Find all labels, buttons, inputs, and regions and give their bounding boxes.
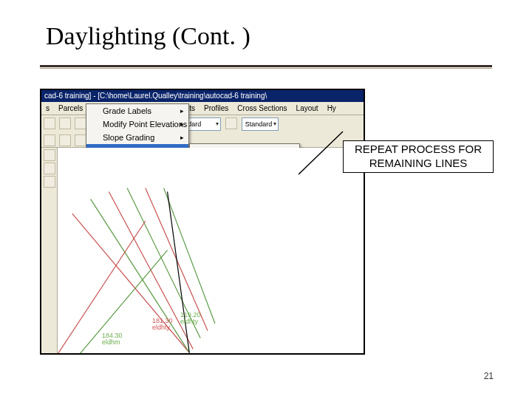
callout-leader-line <box>299 161 346 162</box>
window-titlebar: cad-6 training] - [C:\home\Laurel.Qualle… <box>41 90 364 102</box>
callout-text-line2: REMAINING LINES <box>369 157 468 169</box>
menu-item-modify-point-elevations[interactable]: Modify Point Elevations <box>86 117 188 131</box>
menu-layout[interactable]: Layout <box>292 104 323 112</box>
toolbar-icon[interactable] <box>75 117 86 129</box>
menu-item-slope-grading[interactable]: Slope Grading <box>86 131 188 144</box>
menu-cross-sections[interactable]: Cross Sections <box>233 104 291 112</box>
slide-title: Daylighting (Cont. ) <box>46 22 250 50</box>
elevation-label: 184.30 eldhm <box>102 332 123 346</box>
menu-s[interactable]: s <box>41 104 54 112</box>
toolbar-icon[interactable] <box>44 149 55 161</box>
toolbar-icon[interactable] <box>44 134 55 146</box>
elevation-label: 181.30 eldhty <box>152 318 173 331</box>
callout-box: REPEAT PROCESS FOR REMAINING LINES <box>343 140 494 173</box>
menu-hy[interactable]: Hy <box>323 104 341 112</box>
callout-text-line1: REPEAT PROCESS FOR <box>355 143 482 155</box>
elevation-label: 119.20 eldhty <box>180 312 201 325</box>
drawing-canvas[interactable]: 181.30 eldhty 119.20 eldhty 184.30 eldhm <box>41 148 364 353</box>
toolbar-style-dropdown[interactable]: dard <box>184 117 221 131</box>
toolbar-icon[interactable] <box>75 134 86 146</box>
toolbar-icon[interactable] <box>44 176 55 188</box>
menu-parcels[interactable]: Parcels <box>54 104 87 112</box>
menu-profiles[interactable]: Profiles <box>200 104 233 112</box>
toolbar-icon[interactable] <box>225 117 237 129</box>
toolbar-style2-dropdown[interactable]: Standard <box>242 117 279 131</box>
vertical-toolbar <box>41 148 58 353</box>
toolbar-icon[interactable] <box>59 134 71 146</box>
page-number: 21 <box>484 371 494 381</box>
title-underline <box>40 65 492 67</box>
toolbar-icon[interactable] <box>44 163 55 174</box>
toolbar-icon[interactable] <box>59 117 71 129</box>
toolbar-icon[interactable] <box>44 117 55 129</box>
svg-line-0 <box>299 132 343 174</box>
map-lines <box>58 148 364 354</box>
menu-item-grade-labels[interactable]: Grade Labels <box>86 104 188 117</box>
